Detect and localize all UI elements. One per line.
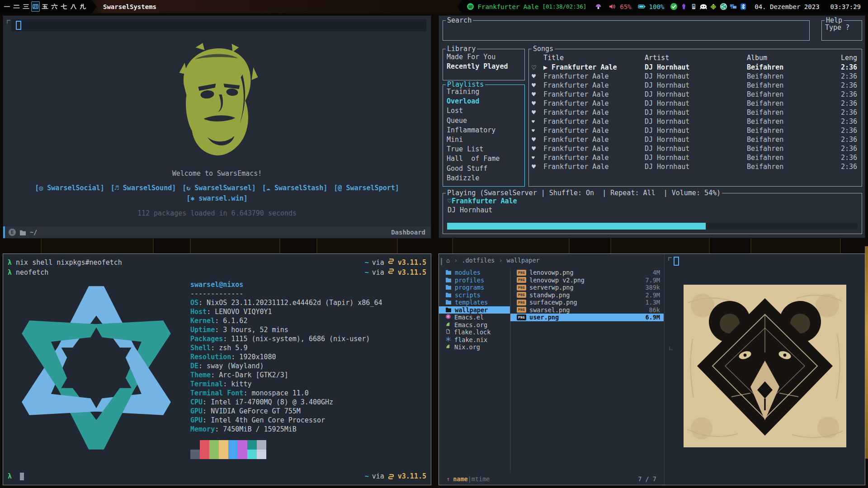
song-row[interactable]: ♥Frankfurter AaleDJ HornhautBeifahren2:3… — [529, 135, 862, 144]
workspace-button-1[interactable] — [3, 1, 11, 12]
shell-prompt[interactable]: λ ~ via v3.11.5 — [8, 472, 426, 481]
file-row-profiles[interactable]: profiles — [439, 277, 510, 284]
discord-tray-icon[interactable] — [699, 3, 708, 11]
network-tray-icon[interactable] — [729, 3, 737, 11]
breadcrumb-part[interactable]: .dotfiles — [462, 257, 495, 264]
playlist-item[interactable]: Queue — [447, 116, 524, 126]
search-input[interactable] — [445, 23, 807, 38]
heart-icon[interactable]: ♡ — [448, 197, 452, 205]
file-row-flake.nix[interactable]: flake.nix — [439, 336, 510, 344]
now-playing-track[interactable]: Frankfurter Aale — [478, 3, 539, 10]
date-display[interactable]: 04. Dezember 2023 — [751, 3, 823, 10]
workspace-button-5[interactable] — [41, 1, 49, 12]
dashboard-button-swarselswarsel[interactable]: [↻ SwarselSwarsel] — [182, 184, 256, 192]
syncthing-tray-icon[interactable] — [719, 3, 727, 11]
playlist-item[interactable]: True List — [447, 145, 524, 154]
battery-icon[interactable] — [638, 3, 646, 10]
playlist-item[interactable]: Badizzle — [447, 174, 524, 183]
bluetooth-tray-icon[interactable] — [739, 3, 747, 11]
dashboard-button-swarselsound[interactable]: [♬ SwarselSound] — [111, 184, 176, 192]
dashboard-button-swarselsocial[interactable]: [◎ SwarselSocial] — [35, 184, 104, 192]
song-row[interactable]: ♥Frankfurter AaleDJ HornhautBeifahren2:3… — [529, 126, 862, 135]
home-icon[interactable]: ⌂ — [446, 257, 450, 264]
file-row-programs[interactable]: programs — [439, 284, 510, 291]
checkmark-tray-icon[interactable] — [670, 3, 678, 11]
workspace-button-3[interactable] — [22, 1, 30, 12]
playlist-item[interactable]: Hall of Fame — [447, 154, 524, 164]
file-row-templates[interactable]: templates — [439, 299, 510, 306]
song-row[interactable]: ♥Frankfurter AaleDJ HornhautBeifahren2:3… — [529, 72, 862, 81]
file-row-surfacewp.png[interactable]: PNGsurfacewp.png1.3M — [510, 299, 664, 306]
file-row-wallpaper[interactable]: wallpaper — [439, 306, 510, 314]
clock-display[interactable]: 03:37:29 — [827, 3, 864, 10]
emacs-header-line[interactable] — [11, 19, 426, 31]
playlist-item[interactable]: Mini — [447, 135, 524, 145]
file-row-scripts[interactable]: scripts — [439, 291, 510, 299]
file-row-lenovowp_v2.png[interactable]: PNGlenovowp_v2.png7.9M — [510, 277, 664, 284]
heart-icon[interactable]: ♥ — [532, 155, 543, 161]
column-album[interactable]: Album — [747, 54, 837, 62]
playlist-item[interactable]: Inflammatory — [447, 126, 524, 135]
heart-icon[interactable]: ♥ — [532, 90, 543, 99]
song-row[interactable]: ♡▶ Frankfurter AaleDJ HornhautBeifahren2… — [529, 63, 862, 72]
file-row-flake.lock[interactable]: flake.lock — [439, 328, 510, 336]
heart-icon[interactable]: ♥ — [532, 99, 543, 108]
library-item-recently-played[interactable]: Recently Played — [447, 62, 524, 71]
library-item-made-for-you[interactable]: Made For You — [447, 52, 524, 62]
song-row[interactable]: ♥Frankfurter AaleDJ HornhautBeifahren2:3… — [529, 90, 862, 99]
song-row[interactable]: ♥Frankfurter AaleDJ HornhautBeifahren2:3… — [529, 117, 862, 126]
song-row[interactable]: ♥Frankfurter AaleDJ HornhautBeifahren2:3… — [529, 144, 862, 153]
heart-icon[interactable]: ♥ — [532, 119, 543, 125]
file-row-Emacs.org[interactable]: Emacs.org — [439, 321, 510, 329]
workspace-button-6[interactable] — [50, 1, 59, 12]
dashboard-button-swarselstash[interactable]: [☁ SwarselStash] — [262, 184, 328, 192]
workspace-button-2[interactable] — [12, 1, 21, 12]
workspace-button-9[interactable] — [79, 1, 87, 12]
dashboard-button-swarsel.win[interactable]: [✱ swarsel.win] — [186, 194, 247, 202]
volume-icon[interactable] — [609, 3, 616, 10]
dashboard-button-swarselsport[interactable]: [@ SwarselSport] — [334, 184, 399, 192]
song-row[interactable]: ♥Frankfurter AaleDJ HornhautBeifahren2:3… — [529, 108, 862, 117]
file-row-user.png[interactable]: PNGuser.png6.9M — [510, 314, 664, 321]
song-row[interactable]: ♥Frankfurter AaleDJ HornhautBeifahren2:3… — [529, 153, 862, 162]
file-row-Nix.org[interactable]: Nix.org — [439, 343, 510, 351]
sort-direction-icon[interactable]: ↑ — [446, 475, 450, 483]
spotify-icon[interactable] — [467, 3, 474, 10]
breadcrumb-part[interactable]: wallpaper — [507, 257, 540, 264]
file-row-serverwp.png[interactable]: PNGserverwp.png389k — [510, 284, 664, 291]
playlist-item[interactable]: Overload — [447, 97, 524, 106]
song-row[interactable]: ♥Frankfurter AaleDJ HornhautBeifahren2:3… — [529, 99, 862, 108]
search-box[interactable]: Search — [443, 20, 810, 41]
heart-icon[interactable]: ♥ — [532, 128, 543, 134]
file-row-modules[interactable]: modules — [439, 269, 510, 277]
heart-icon[interactable]: ♥ — [532, 145, 543, 153]
playlist-item[interactable]: Training — [447, 87, 524, 97]
playlist-item[interactable]: Lost — [447, 106, 524, 116]
workspace-button-7[interactable] — [60, 1, 68, 12]
song-row[interactable]: ♥Frankfurter AaleDJ HornhautBeifahren2:3… — [529, 81, 862, 90]
workspace-button-8[interactable] — [69, 1, 78, 12]
heart-icon[interactable]: ♥ — [532, 136, 543, 144]
file-row-Emacs.el[interactable]: Emacs.el — [439, 314, 510, 321]
turtle-tray-icon[interactable] — [709, 3, 717, 11]
column-length[interactable]: Leng — [837, 54, 857, 62]
heart-icon[interactable]: ♥ — [532, 72, 543, 80]
sort-field[interactable]: name — [453, 475, 468, 483]
seek-bar[interactable] — [447, 223, 858, 230]
sort-secondary[interactable]: mtime — [472, 475, 490, 483]
playlist-item[interactable]: Good Stuff — [447, 164, 524, 174]
heart-icon[interactable]: ♡ — [532, 63, 543, 72]
mushroom-icon[interactable] — [594, 3, 602, 10]
workspace-button-4[interactable] — [31, 1, 40, 12]
song-row[interactable]: ♥Frankfurter AaleDJ HornhautBeifahren2:3… — [529, 162, 862, 171]
column-title[interactable]: Title — [543, 54, 645, 62]
column-artist[interactable]: Artist — [645, 54, 747, 62]
heart-icon[interactable]: ♥ — [532, 108, 543, 117]
heart-icon[interactable]: ♥ — [532, 163, 543, 171]
kdeconnect-tray-icon[interactable] — [689, 3, 698, 11]
terminal-window[interactable]: λnix shell nixpkgs#neofetch~viav3.11.5λn… — [3, 253, 431, 485]
file-row-standwp.png[interactable]: PNGstandwp.png2.9M — [510, 291, 664, 299]
file-row-swarsel.png[interactable]: PNGswarsel.png86k — [510, 306, 664, 314]
file-row-lenovowp.png[interactable]: PNGlenovowp.png4M — [510, 269, 664, 277]
heart-icon[interactable]: ♥ — [532, 81, 543, 89]
